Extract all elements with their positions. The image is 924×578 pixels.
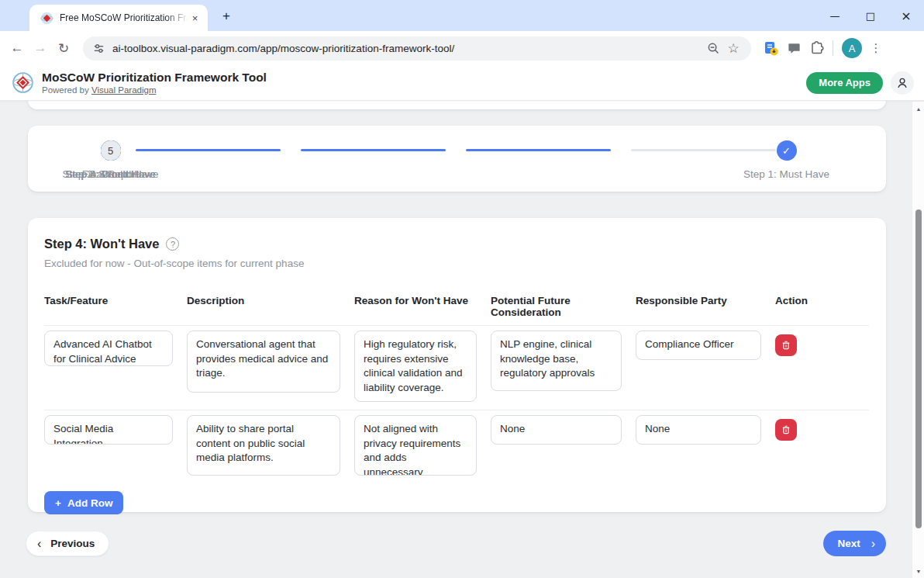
table-header-row: Task/Feature Description Reason for Won'… <box>44 295 869 326</box>
powered-by: Powered by Visual Paradigm <box>42 85 267 95</box>
column-header-description: Description <box>187 295 354 318</box>
tab-title: Free MoSCoW Prioritization Fra <box>60 12 188 23</box>
future-consideration-field[interactable]: None <box>491 415 622 445</box>
browser-toolbar: ← → ↻ ai-toolbox.visual-paradigm.com/app… <box>0 31 924 65</box>
tab-close-icon[interactable]: × <box>188 12 202 25</box>
comment-icon[interactable] <box>782 36 805 60</box>
stepper-step-5[interactable]: 5 Final Report <box>28 140 193 180</box>
page-title: MoSCoW Prioritization Framework Tool <box>42 71 267 85</box>
task-field[interactable]: Advanced AI Chatbot for Clinical Advice <box>44 331 173 366</box>
more-apps-button[interactable]: More Apps <box>806 72 883 94</box>
stepper-connector <box>631 149 776 151</box>
stepper-connector <box>136 149 281 151</box>
column-header-task: Task/Feature <box>44 295 187 318</box>
chevron-right-icon: › <box>871 538 875 550</box>
description-field[interactable]: Conversational agent that provides medic… <box>187 331 340 393</box>
trash-icon <box>781 340 791 351</box>
reason-field[interactable]: Not aligned with privacy requirements an… <box>354 415 477 476</box>
new-tab-button[interactable]: + <box>217 7 236 26</box>
visual-paradigm-link[interactable]: Visual Paradigm <box>91 85 157 95</box>
back-button[interactable]: ← <box>5 36 29 60</box>
trash-icon <box>781 424 791 435</box>
forward-button[interactable]: → <box>29 36 52 60</box>
delete-row-button[interactable] <box>775 334 797 356</box>
task-field[interactable]: Social Media Integration <box>44 415 173 445</box>
responsible-party-field[interactable]: Compliance Officer <box>636 331 761 360</box>
scrollbar-thumb[interactable] <box>915 209 922 528</box>
address-bar[interactable]: ai-toolbox.visual-paradigm.com/app/mosco… <box>83 36 751 61</box>
close-window-button[interactable]: × <box>888 0 924 31</box>
scroll-down-arrow-icon[interactable]: ▼ <box>912 566 924 576</box>
reason-field[interactable]: High regulatory risk, requires extensive… <box>354 331 477 402</box>
window-controls: — □ × <box>817 0 924 31</box>
table-row: Advanced AI Chatbot for Clinical Advice … <box>44 326 869 410</box>
browser-titlebar: Free MoSCoW Prioritization Fra × + — □ × <box>0 0 924 31</box>
reading-list-icon[interactable] <box>759 36 782 60</box>
previous-label: Previous <box>50 538 95 549</box>
plus-icon: + <box>55 497 61 509</box>
next-label: Next <box>837 538 860 549</box>
column-header-future: Potential Future Consideration <box>491 295 636 318</box>
zoom-out-icon[interactable] <box>703 38 723 58</box>
column-header-action: Action <box>775 295 869 318</box>
bookmark-star-icon[interactable]: ☆ <box>723 38 743 58</box>
step4-panel: Step 4: Won't Have ? Excluded for now - … <box>28 218 886 512</box>
add-row-label: Add Row <box>67 497 113 509</box>
profile-avatar[interactable]: A <box>842 38 862 58</box>
step-1-label: Step 1: Must Have <box>704 168 869 180</box>
panel-title: Step 4: Won't Have <box>44 237 159 251</box>
delete-row-button[interactable] <box>775 419 797 441</box>
app-header: MoSCoW Prioritization Framework Tool Pow… <box>0 65 924 101</box>
reload-button[interactable]: ↻ <box>52 36 75 60</box>
browser-tab[interactable]: Free MoSCoW Prioritization Fra × <box>29 5 208 31</box>
page-scrollbar[interactable]: ▲ ▼ <box>912 102 924 578</box>
page-content: ✓ Step 1: Must Have ✓ Step 2: Should Hav… <box>0 101 924 578</box>
stepper-card: ✓ Step 1: Must Have ✓ Step 2: Should Hav… <box>28 126 886 192</box>
powered-by-prefix: Powered by <box>42 85 89 95</box>
site-settings-icon[interactable] <box>92 42 105 55</box>
description-field[interactable]: Ability to share portal content on publi… <box>187 415 340 476</box>
user-account-button[interactable] <box>891 71 914 95</box>
extensions-puzzle-icon[interactable] <box>805 36 829 60</box>
url-text: ai-toolbox.visual-paradigm.com/app/mosco… <box>112 43 703 54</box>
stepper-connector <box>466 149 611 151</box>
visual-paradigm-logo <box>10 70 36 95</box>
site-favicon <box>40 12 53 25</box>
table-row: Social Media Integration Ability to shar… <box>44 410 869 485</box>
toolbar-extensions: A ⋮ <box>759 36 885 60</box>
add-row-button[interactable]: + Add Row <box>44 491 123 514</box>
step-5-number[interactable]: 5 <box>101 140 121 161</box>
minimize-button[interactable]: — <box>817 0 853 31</box>
person-icon <box>895 76 909 90</box>
responsible-party-field[interactable]: None <box>636 415 761 445</box>
maximize-button[interactable]: □ <box>853 0 888 31</box>
help-icon[interactable]: ? <box>166 237 179 251</box>
step-1-check-icon[interactable]: ✓ <box>777 140 797 161</box>
chevron-left-icon: ‹ <box>37 538 41 550</box>
stepper-connector <box>301 149 446 151</box>
browser-menu-icon[interactable]: ⋮ <box>867 41 885 55</box>
future-consideration-field[interactable]: NLP engine, clinical knowledge base, reg… <box>491 331 622 391</box>
previous-button[interactable]: ‹ Previous <box>26 531 109 556</box>
step-5-label: Final Report <box>28 168 193 180</box>
next-button[interactable]: Next › <box>823 531 886 556</box>
column-header-party: Responsible Party <box>636 295 775 318</box>
scroll-up-arrow-icon[interactable]: ▲ <box>912 103 924 114</box>
column-header-reason: Reason for Won't Have <box>354 295 491 318</box>
panel-subtitle: Excluded for now - Out-of-scope items fo… <box>44 258 869 269</box>
toolbar-divider <box>833 40 833 56</box>
stepper-step-1[interactable]: ✓ Step 1: Must Have <box>704 140 869 180</box>
